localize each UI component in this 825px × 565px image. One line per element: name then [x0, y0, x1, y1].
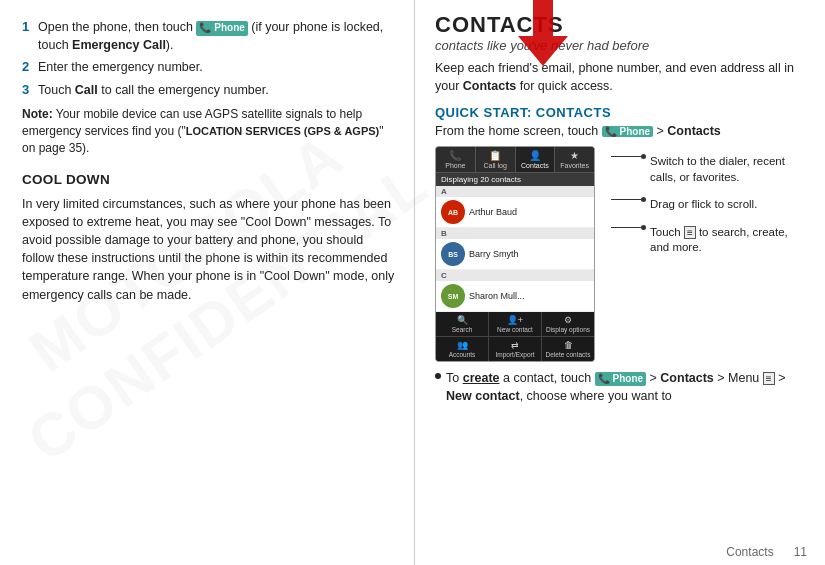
cool-down-body: In very limited circumstances, such as w… — [22, 195, 396, 304]
callout-3: Touch ≡ to search, create, and more. — [611, 225, 809, 256]
phone-bottom-bar: 🔍 Search 👤+ New contact ⚙ Display option… — [436, 312, 594, 361]
contacts-tab-icon: 👤 — [529, 150, 541, 161]
contact-name-barry: Barry Smyth — [469, 249, 589, 259]
tab-contacts-label: Contacts — [521, 162, 549, 169]
quick-start-heading: QUICK START: CONTACTS — [435, 105, 809, 120]
step-text-3: Touch Call to call the emergency number. — [38, 81, 396, 100]
step-num-2: 2 — [22, 58, 38, 77]
tab-phone[interactable]: 📞 Phone — [436, 147, 476, 172]
calllog-tab-icon: 📋 — [489, 150, 501, 161]
new-contact-icon: 👤+ — [507, 315, 523, 325]
small-caps-text: LOCATION SERVICES (GPS & AGPS) — [186, 125, 380, 137]
step-text-1: Open the phone, then touch 📞 Phone (if y… — [38, 18, 396, 54]
import-export-icon: ⇄ — [511, 340, 519, 350]
bullet-dot — [435, 373, 441, 379]
tab-favorites-label: Favorites — [560, 162, 589, 169]
contact-row-barry[interactable]: BS Barry Smyth — [436, 239, 594, 270]
phone-bottom-row1: 🔍 Search 👤+ New contact ⚙ Display option… — [436, 312, 594, 337]
step-text-2: Enter the emergency number. — [38, 58, 396, 77]
btn-delete-contacts[interactable]: 🗑 Delete contacts — [542, 337, 594, 361]
bullet-text: To create a contact, touch 📞 Phone > Con… — [446, 370, 809, 405]
callout-text-1: Switch to the dialer, recent calls, or f… — [650, 154, 809, 185]
callout-line-3 — [611, 227, 641, 228]
note-text: Your mobile device can use AGPS satellit… — [22, 107, 383, 155]
note-label: Note: — [22, 107, 53, 121]
callout-dot-1 — [641, 154, 646, 159]
step-num-1: 1 — [22, 18, 38, 54]
contact-row-sharon[interactable]: SM Sharon Mull... — [436, 281, 594, 312]
bullet-item-create: To create a contact, touch 📞 Phone > Con… — [435, 370, 809, 405]
btn-new-contact-label: New contact — [497, 326, 533, 333]
callout-line-2 — [611, 199, 641, 200]
tab-calllog[interactable]: 📋 Call log — [476, 147, 516, 172]
avatar-initials-barry: BS — [448, 251, 458, 258]
cool-down-heading: COOL DOWN — [22, 170, 396, 190]
btn-import-export-label: Import/Export — [495, 351, 534, 358]
display-options-icon: ⚙ — [564, 315, 572, 325]
callout-line-1 — [611, 156, 641, 157]
btn-accounts[interactable]: 👥 Accounts — [436, 337, 489, 361]
contact-name-arthur: Arthur Baud — [469, 207, 589, 217]
btn-new-contact[interactable]: 👤+ New contact — [489, 312, 542, 336]
btn-delete-contacts-label: Delete contacts — [546, 351, 591, 358]
contacts-subtitle: contacts like you've never had before — [435, 38, 809, 53]
contact-row-arthur[interactable]: AB Arthur Baud — [436, 197, 594, 228]
page-layout: MOTOROLACONFIDENTIAL 1 Open the phone, t… — [0, 0, 825, 565]
phone-alpha-b: B — [436, 228, 594, 239]
tab-calllog-label: Call log — [483, 162, 506, 169]
tab-favorites[interactable]: ★ Favorites — [555, 147, 594, 172]
phone-tabs: 📞 Phone 📋 Call log 👤 Contacts ★ Favorite… — [436, 147, 594, 173]
red-arrow-svg — [513, 0, 573, 71]
callout-dot-3 — [641, 225, 646, 230]
bullet-section: To create a contact, touch 📞 Phone > Con… — [435, 370, 809, 405]
btn-import-export[interactable]: ⇄ Import/Export — [489, 337, 542, 361]
left-column: MOTOROLACONFIDENTIAL 1 Open the phone, t… — [0, 0, 415, 565]
avatar-barry: BS — [441, 242, 465, 266]
btn-display-options-label: Display options — [546, 326, 590, 333]
callouts: Switch to the dialer, recent calls, or f… — [611, 146, 809, 276]
phone-icon-bullet: 📞 Phone — [595, 372, 646, 386]
tab-phone-label: Phone — [445, 162, 465, 169]
step-2: 2 Enter the emergency number. — [22, 58, 396, 77]
contacts-bold: Contacts — [463, 79, 516, 93]
btn-search-label: Search — [452, 326, 473, 333]
search-icon: 🔍 — [457, 315, 468, 325]
btn-search[interactable]: 🔍 Search — [436, 312, 489, 336]
callout-text-2: Drag or flick to scroll. — [650, 197, 757, 213]
callout-dot-2 — [641, 197, 646, 202]
favorites-tab-icon: ★ — [570, 150, 579, 161]
btn-display-options[interactable]: ⚙ Display options — [542, 312, 594, 336]
step-3: 3 Touch Call to call the emergency numbe… — [22, 81, 396, 100]
phone-bottom-row2: 👥 Accounts ⇄ Import/Export 🗑 Delete cont… — [436, 337, 594, 361]
avatar-sharon: SM — [441, 284, 465, 308]
phone-alpha-a: A — [436, 186, 594, 197]
note-block: Note: Your mobile device can use AGPS sa… — [22, 106, 396, 156]
phone-tab-icon: 📞 — [449, 150, 461, 161]
phone-contacts-header: Displaying 20 contacts — [436, 173, 594, 186]
avatar-initials-arthur: AB — [448, 209, 458, 216]
contact-name-sharon: Sharon Mull... — [469, 291, 589, 301]
svg-marker-0 — [518, 0, 568, 66]
step-num-3: 3 — [22, 81, 38, 100]
delete-contacts-icon: 🗑 — [564, 340, 573, 350]
quick-start-body: From the home screen, touch 📞 Phone > Co… — [435, 124, 809, 138]
contacts-title: CONTACTS — [435, 14, 809, 36]
right-column: CONTACTS contacts like you've never had … — [415, 0, 825, 565]
menu-icon-bullet: ≡ — [763, 372, 775, 385]
tab-contacts[interactable]: 👤 Contacts — [516, 147, 556, 172]
contacts-desc: Keep each friend's email, phone number, … — [435, 59, 809, 95]
callout-1: Switch to the dialer, recent calls, or f… — [611, 154, 809, 185]
phone-area: 📞 Phone 📋 Call log 👤 Contacts ★ Favorite… — [435, 146, 809, 362]
callout-text-3: Touch ≡ to search, create, and more. — [650, 225, 809, 256]
phone-alpha-c: C — [436, 270, 594, 281]
callout-2: Drag or flick to scroll. — [611, 197, 809, 213]
accounts-icon: 👥 — [457, 340, 468, 350]
phone-screenshot: 📞 Phone 📋 Call log 👤 Contacts ★ Favorite… — [435, 146, 595, 362]
step-1: 1 Open the phone, then touch 📞 Phone (if… — [22, 18, 396, 54]
menu-icon-inline: ≡ — [684, 226, 696, 239]
btn-accounts-label: Accounts — [449, 351, 476, 358]
avatar-arthur: AB — [441, 200, 465, 224]
avatar-initials-sharon: SM — [448, 293, 459, 300]
